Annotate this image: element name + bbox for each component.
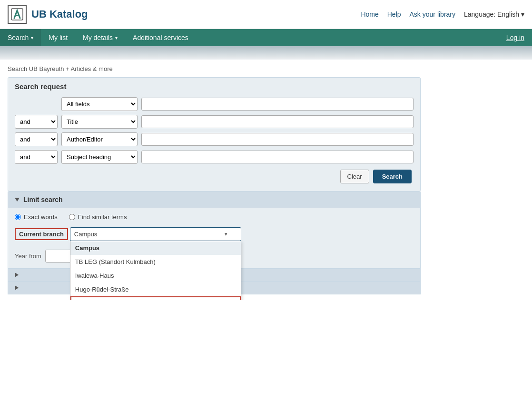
radio-exact-label: Exact words xyxy=(24,213,58,221)
search-input-4[interactable] xyxy=(141,151,414,163)
radio-exact-words[interactable]: Exact words xyxy=(15,213,58,221)
search-input-2[interactable] xyxy=(141,115,414,128)
main-content: Search UB Bayreuth + Articles & more Sea… xyxy=(0,60,428,300)
chevron-down-icon: ▾ xyxy=(115,35,118,40)
limit-search-title: Limit search xyxy=(23,196,62,203)
radio-similar-terms[interactable]: Find similar terms xyxy=(69,213,127,221)
chevron-down-icon: ▾ xyxy=(225,231,227,237)
search-row-3: and or not Author/Editor All fields Titl… xyxy=(15,132,414,146)
search-row-1: All fields Title Author/Editor Subject h… xyxy=(15,97,414,111)
current-branch-label: Current branch xyxy=(15,228,68,240)
search-input-3[interactable] xyxy=(141,133,414,146)
radio-similar-label: Find similar terms xyxy=(78,213,127,221)
nav-bar: Search ▾ My list My details ▾ Additional… xyxy=(0,29,532,46)
limit-search-header[interactable]: Limit search xyxy=(8,192,420,208)
nav-spacer xyxy=(196,29,499,46)
branch-dropdown-list: Campus TB LEG (Standort Kulmbach) Iwalew… xyxy=(70,241,241,300)
branch-dropdown-trigger[interactable]: Campus ▾ xyxy=(70,227,241,241)
expand-icon xyxy=(15,285,19,290)
limit-search-section: Limit search Exact words Find similar te… xyxy=(8,192,421,269)
search-input-1[interactable] xyxy=(141,98,414,111)
nav-item-additional-services[interactable]: Additional services xyxy=(125,29,196,46)
search-row-4: and or not Subject heading All fields Ti… xyxy=(15,150,414,164)
search-row-2: and or not Title All fields Author/Edito… xyxy=(15,115,414,129)
radio-group: Exact words Find similar terms xyxy=(15,213,414,221)
field-select-3[interactable]: Author/Editor All fields Title Subject h… xyxy=(61,132,138,146)
branch-option-iwalewa[interactable]: Iwalewa-Haus xyxy=(70,269,241,283)
field-select-2[interactable]: Title All fields Author/Editor Subject h… xyxy=(61,115,138,129)
top-nav-right: Home Help Ask your library Language: Eng… xyxy=(361,10,524,18)
ask-library-link[interactable]: Ask your library xyxy=(410,10,455,18)
chevron-down-icon: ▾ xyxy=(31,35,33,40)
search-request-title: Search request xyxy=(15,82,414,91)
logo-area: UB Katalog xyxy=(8,5,88,24)
radio-similar-input[interactable] xyxy=(69,214,75,220)
operator-select-3[interactable]: and or not xyxy=(15,132,58,146)
gradient-banner xyxy=(0,46,532,60)
chevron-down-icon: ▾ xyxy=(521,10,524,18)
home-link[interactable]: Home xyxy=(361,10,378,18)
operator-select-2[interactable]: and or not xyxy=(15,115,58,129)
field-select-4[interactable]: Subject heading All fields Title Author/… xyxy=(61,150,138,164)
expand-icon xyxy=(15,273,19,277)
branch-option-campus[interactable]: Campus xyxy=(70,241,241,255)
branch-option-tb-thurnau[interactable]: TB Thurnau xyxy=(70,296,241,300)
collapse-icon xyxy=(15,198,20,202)
radio-exact-input[interactable] xyxy=(15,214,21,220)
top-header: UB Katalog Home Help Ask your library La… xyxy=(0,0,532,29)
clear-button[interactable]: Clear xyxy=(340,170,369,183)
nav-item-search[interactable]: Search ▾ xyxy=(0,29,41,46)
branch-select-container: Campus Campus ▾ Campus TB LEG (Standort … xyxy=(70,227,241,241)
breadcrumb: Search UB Bayreuth + Articles & more xyxy=(8,65,421,72)
site-title: UB Katalog xyxy=(31,8,88,20)
nav-item-my-details[interactable]: My details ▾ xyxy=(75,29,125,46)
help-link[interactable]: Help xyxy=(387,10,401,18)
year-from-label: Year from xyxy=(15,253,41,260)
search-actions: Clear Search xyxy=(15,170,414,183)
search-button[interactable]: Search xyxy=(373,170,412,183)
operator-select-4[interactable]: and or not xyxy=(15,150,58,164)
branch-selected-value: Campus xyxy=(74,231,97,238)
field-select-1[interactable]: All fields Title Author/Editor Subject h… xyxy=(61,97,138,111)
login-link[interactable]: Log in xyxy=(499,29,532,46)
branch-option-hugo[interactable]: Hugo-Rüdel-Straße xyxy=(70,283,241,296)
limit-search-body: Exact words Find similar terms Current b… xyxy=(8,208,420,268)
nav-item-my-list[interactable]: My list xyxy=(41,29,75,46)
branch-option-tb-leg[interactable]: TB LEG (Standort Kulmbach) xyxy=(70,255,241,269)
language-selector[interactable]: Language: English ▾ xyxy=(464,10,524,18)
logo-icon xyxy=(8,5,27,24)
search-request-box: Search request All fields Title Author/E… xyxy=(8,77,421,192)
